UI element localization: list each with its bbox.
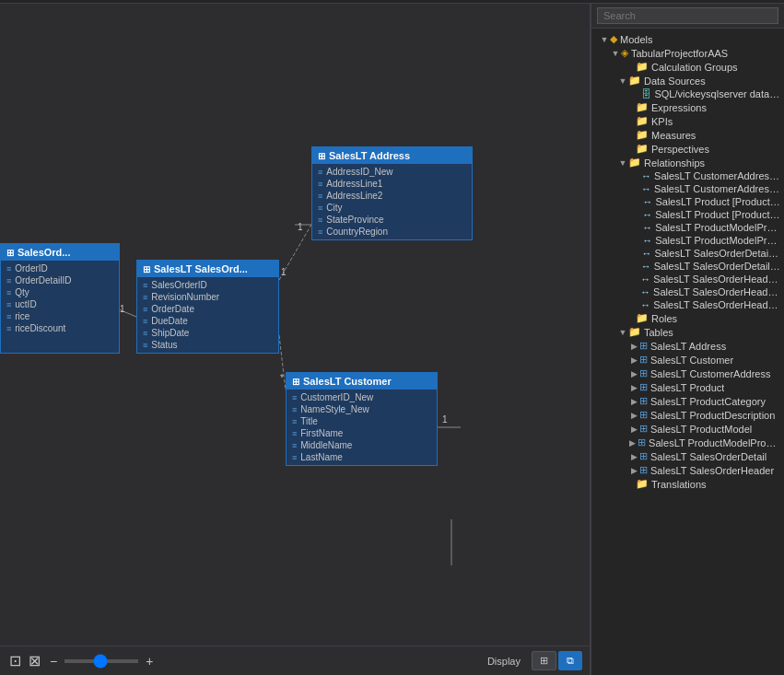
tree-item-calc-groups[interactable]: 📁 Calculation Groups bbox=[591, 60, 784, 74]
tree-item-t7[interactable]: ▶ ⊞ SalesLT ProductModel bbox=[591, 422, 784, 436]
card-salesord-header: ⊞ SalesOrd... bbox=[1, 244, 119, 261]
chevron-icon: ▶ bbox=[628, 425, 639, 434]
card-salesord-body: ≡OrderID ≡OrderDetailID ≡Qty ≡uctID ≡ric… bbox=[1, 261, 119, 336]
t2-label: SalesLT Customer bbox=[650, 355, 733, 366]
tree-container[interactable]: ▼ ◆ Models ▼ ◈ TabularProjectforAAS 📁 Ca… bbox=[591, 29, 784, 675]
tree-item-perspectives[interactable]: 📁 Perspectives bbox=[591, 142, 784, 156]
chevron-icon: ▼ bbox=[617, 76, 628, 86]
tree-item-rel1[interactable]: ↔ SalesLT CustomerAddress [A... bbox=[591, 169, 784, 182]
card-salesord-title: SalesOrd... bbox=[18, 247, 70, 258]
field-icon: ≡ bbox=[318, 192, 322, 201]
svg-line-6 bbox=[279, 335, 286, 390]
tree-item-t3[interactable]: ▶ ⊞ SalesLT CustomerAddress bbox=[591, 367, 784, 380]
folder-icon: 📁 bbox=[636, 129, 649, 141]
field-icon: ≡ bbox=[6, 264, 11, 273]
field-row: ≡riceDiscount bbox=[1, 322, 119, 334]
tree-item-data-sources[interactable]: ▼ 📁 Data Sources bbox=[591, 74, 784, 87]
chevron-icon: ▼ bbox=[610, 49, 621, 58]
tree-item-rel7[interactable]: ↔ SalesLT SalesOrderDetail [Pr... bbox=[591, 247, 784, 260]
tree-item-rel5[interactable]: ↔ SalesLT ProductModelProdu... bbox=[591, 221, 784, 234]
card-address-title: SalesLT Address bbox=[329, 150, 410, 161]
diagram-view-button[interactable]: ⧉ bbox=[558, 651, 582, 670]
field-icon: ≡ bbox=[318, 215, 322, 225]
field-icon: ≡ bbox=[6, 288, 11, 297]
calc-groups-label: Calculation Groups bbox=[651, 62, 738, 73]
card-address-body: ≡AddressID_New ≡AddressLine1 ≡AddressLin… bbox=[312, 164, 472, 239]
tree-item-tables[interactable]: ▼ 📁 Tables bbox=[591, 325, 784, 339]
display-label: Display bbox=[487, 656, 521, 667]
tree-item-expressions[interactable]: 📁 Expressions bbox=[591, 100, 784, 114]
table-icon: ⊞ bbox=[639, 464, 648, 476]
field-icon: ≡ bbox=[318, 227, 322, 237]
field-icon: ≡ bbox=[143, 281, 147, 290]
table-address[interactable]: ⊞ SalesLT Address ≡AddressID_New ≡Addres… bbox=[311, 146, 473, 240]
field-row: ≡AddressLine2 bbox=[312, 190, 472, 202]
field-icon: ≡ bbox=[6, 300, 11, 309]
tree-item-models[interactable]: ▼ ◆ Models bbox=[591, 32, 784, 46]
field-icon: ≡ bbox=[292, 453, 297, 462]
tree-item-t5[interactable]: ▶ ⊞ SalesLT ProductCategory bbox=[591, 394, 784, 408]
svg-text:1: 1 bbox=[442, 414, 448, 425]
field-row: ≡CustomerID_New bbox=[287, 391, 437, 403]
tree-item-measures[interactable]: 📁 Measures bbox=[591, 128, 784, 142]
tree-item-tabular[interactable]: ▼ ◈ TabularProjectforAAS bbox=[591, 46, 784, 60]
search-input[interactable] bbox=[597, 7, 778, 24]
rel-icon: ↔ bbox=[641, 183, 651, 194]
tree-item-rel11[interactable]: ↔ SalesLT SalesOrderHeader [S... bbox=[591, 298, 784, 311]
card-salesord2-title: SalesLT SalesOrd... bbox=[154, 263, 248, 274]
chevron-icon: ▶ bbox=[628, 466, 639, 475]
tree-item-t9[interactable]: ▶ ⊞ SalesLT SalesOrderDetail bbox=[591, 449, 784, 463]
rel11-label: SalesLT SalesOrderHeader [S... bbox=[653, 299, 780, 310]
field-row: ≡Qty bbox=[1, 286, 119, 298]
fit-button[interactable]: ⊡ bbox=[7, 650, 23, 671]
field-icon: ≡ bbox=[143, 305, 147, 314]
tree-item-t8[interactable]: ▶ ⊞ SalesLT ProductModelProdu... bbox=[591, 436, 784, 449]
chevron-icon: ▼ bbox=[617, 158, 628, 168]
tree-item-t1[interactable]: ▶ ⊞ SalesLT Address bbox=[591, 339, 784, 353]
field-row: ≡StateProvince bbox=[312, 214, 472, 226]
card-customer-header: ⊞ SalesLT Customer bbox=[287, 373, 437, 390]
zoom-out-button[interactable]: − bbox=[46, 652, 61, 670]
rel-icon: ↔ bbox=[641, 248, 651, 259]
tree-item-rel3[interactable]: ↔ SalesLT Product [ProductCa... bbox=[591, 195, 784, 208]
rel-icon: ↔ bbox=[640, 273, 650, 285]
field-row: ≡City bbox=[312, 202, 472, 214]
zoom-in-button[interactable]: + bbox=[142, 652, 157, 670]
tree-item-roles[interactable]: 📁 Roles bbox=[591, 311, 784, 325]
tree-item-t10[interactable]: ▶ ⊞ SalesLT SalesOrderHeader bbox=[591, 463, 784, 477]
card-salesord2-body: ≡SalesOrderID ≡RevisionNumber ≡OrderDate… bbox=[137, 277, 278, 353]
tree-item-sql[interactable]: 🗄 SQL/vickeysqlserver databas... bbox=[591, 87, 784, 100]
zoom-slider[interactable] bbox=[64, 659, 138, 663]
tree-item-rel9[interactable]: ↔ SalesLT SalesOrderHeader [B... bbox=[591, 273, 784, 285]
rel-icon: ↔ bbox=[640, 286, 650, 297]
tree-item-rel10[interactable]: ↔ SalesLT SalesOrderHeader [C... bbox=[591, 285, 784, 298]
expressions-label: Expressions bbox=[651, 102, 707, 113]
table-icon: ⊞ bbox=[292, 377, 299, 387]
rel3-label: SalesLT Product [ProductCa... bbox=[655, 196, 780, 207]
diagram-area[interactable]: * 1 1 1 * 1 1 1 bbox=[0, 4, 591, 675]
table-salesord[interactable]: ⊞ SalesOrd... ≡OrderID ≡OrderDetailID ≡Q… bbox=[0, 243, 120, 354]
tree-item-rel4[interactable]: ↔ SalesLT Product [ProductMo... bbox=[591, 208, 784, 221]
tree-item-t6[interactable]: ▶ ⊞ SalesLT ProductDescription bbox=[591, 408, 784, 422]
fit-button2[interactable]: ⊠ bbox=[27, 650, 42, 671]
tree-item-t2[interactable]: ▶ ⊞ SalesLT Customer bbox=[591, 353, 784, 367]
tree-item-t4[interactable]: ▶ ⊞ SalesLT Product bbox=[591, 380, 784, 394]
tree-item-translations[interactable]: 📁 Translations bbox=[591, 477, 784, 491]
table-customer[interactable]: ⊞ SalesLT Customer ≡CustomerID_New ≡Name… bbox=[286, 372, 438, 466]
models-label: Models bbox=[620, 34, 652, 45]
table-salesord2[interactable]: ⊞ SalesLT SalesOrd... ≡SalesOrderID ≡Rev… bbox=[136, 260, 279, 354]
t5-label: SalesLT ProductCategory bbox=[650, 396, 766, 407]
tree-item-kpis[interactable]: 📁 KPIs bbox=[591, 114, 784, 128]
table-icon: ⊞ bbox=[639, 381, 648, 393]
tree-item-rel6[interactable]: ↔ SalesLT ProductModelProdu... bbox=[591, 234, 784, 247]
field-icon: ≡ bbox=[292, 429, 297, 438]
grid-view-button[interactable]: ⊞ bbox=[532, 651, 556, 670]
folder-icon: 📁 bbox=[636, 312, 649, 324]
svg-line-3 bbox=[279, 225, 311, 280]
right-panel: ▼ ◆ Models ▼ ◈ TabularProjectforAAS 📁 Ca… bbox=[591, 4, 784, 675]
tree-item-rel2[interactable]: ↔ SalesLT CustomerAddress [C... bbox=[591, 182, 784, 195]
tree-item-rel8[interactable]: ↔ SalesLT SalesOrderDetail [Sa... bbox=[591, 260, 784, 273]
t9-label: SalesLT SalesOrderDetail bbox=[650, 451, 766, 462]
tree-item-relationships[interactable]: ▼ 📁 Relationships bbox=[591, 156, 784, 169]
tabular-label: TabularProjectforAAS bbox=[631, 48, 728, 59]
